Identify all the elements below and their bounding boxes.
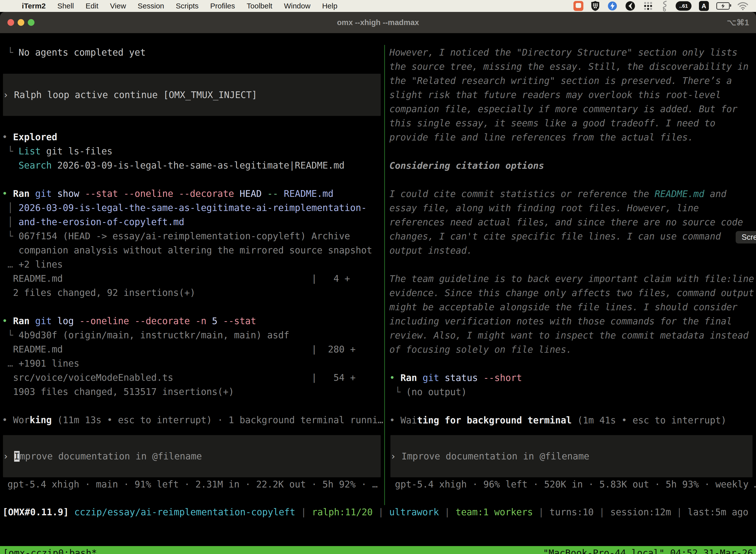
text-segment: | [296, 507, 312, 517]
text-segment: However, I noticed the "Directory Struct… [389, 47, 737, 58]
terminal-line [389, 258, 756, 272]
terminal-line [2, 60, 384, 74]
zoom-window-button[interactable] [28, 19, 35, 26]
tmux-panes: └ No agents completed yet› Ralph loop ac… [0, 45, 756, 505]
terminal-line: └ 4b9d30f (origin/main, instructkr/main,… [2, 328, 384, 342]
menu-item-scripts[interactable]: Scripts [176, 2, 199, 10]
kaleidoscope-icon[interactable] [625, 1, 635, 11]
left-prompt-input[interactable]: › Improve documentation in @filename [3, 435, 381, 477]
text-segment: this single essay, it seems like a good … [389, 118, 715, 128]
screen-share-chip[interactable]: Scre [736, 231, 756, 243]
terminal-content: └ No agents completed yet› Ralph loop ac… [0, 45, 756, 554]
a-square-icon[interactable]: A [699, 1, 709, 11]
text-segment: … [2, 358, 19, 369]
menu-item-profiles[interactable]: Profiles [210, 2, 235, 10]
text-segment: gpt-5.4 xhigh · 96% left · 520K in · 5.8… [389, 479, 756, 490]
window-title-bar[interactable]: omx --xhigh --madmax ⌥⌘1 [0, 12, 756, 33]
text-segment: 1903 files changed, 513517 insertions(+) [2, 386, 234, 397]
tmux-status-bar: [omx-cczip0:bash* "MacBook-Pro-44.local"… [0, 546, 756, 554]
menu-item-view[interactable]: View [110, 2, 126, 10]
window-title: omx --xhigh --madmax [337, 18, 419, 27]
right-prompt-input[interactable]: › Improve documentation in @filename [390, 435, 753, 477]
text-segment: src/voice/voiceModeEnabled.ts | 54 + [2, 372, 356, 383]
text-segment: Ran [400, 373, 417, 383]
text-segment: | [373, 507, 389, 517]
terminal-line: • Ran git show --stat --oneline --decora… [2, 187, 384, 201]
text-segment: -n [190, 316, 206, 326]
wifi-icon[interactable] [737, 2, 749, 10]
text-segment: Ralph loop active continue [OMX_TMUX_INJ… [14, 90, 257, 100]
iterm2-window: omx --xhigh --madmax ⌥⌘1 └ No agents com… [0, 12, 756, 554]
text-segment: -- [262, 188, 284, 199]
terminal-line: slight risk that future readers may over… [389, 88, 756, 102]
left-pane-scrollback: └ No agents completed yet› Ralph loop ac… [2, 45, 384, 427]
battery-percent-badge[interactable]: ..61 [676, 1, 692, 11]
text-segment: | [439, 507, 456, 517]
terminal-line: │ 2026-03-09-is-legal-the-same-as-legiti… [2, 201, 384, 215]
chat-app-icon[interactable] [573, 1, 583, 11]
terminal-line: including verification notes with those … [389, 314, 756, 328]
terminal-line: └ (no output) [389, 385, 756, 399]
text-segment: +1901 lines [19, 358, 79, 369]
text-segment: show [52, 188, 79, 199]
right-terminal-pane[interactable]: However, I noticed the "Directory Struct… [385, 45, 756, 505]
terminal-line: 1903 files changed, 513517 insertions(+) [2, 385, 384, 399]
text-segment: git [423, 373, 439, 383]
shield-grid-icon[interactable] [591, 1, 600, 11]
text-segment: | [671, 507, 688, 517]
text-segment: companion analysis without altering the … [2, 245, 372, 256]
close-window-button[interactable] [7, 19, 14, 26]
text-segment: › [3, 90, 14, 100]
text-segment: changes, I can't cite specific file line… [389, 231, 721, 242]
blue-bolt-badge-icon[interactable] [607, 1, 618, 11]
text-segment: log [52, 316, 74, 326]
text-segment: --stat [217, 316, 256, 326]
text-segment: 2 files changed, 92 insertions(+) [2, 287, 195, 298]
tmux-session-label: [omx-cczip0:bash* [3, 546, 97, 554]
text-segment: • [389, 415, 400, 426]
text-segment: the source tree, missing the essay. Stil… [389, 61, 749, 72]
text-segment: the "Related research writing" section i… [389, 75, 732, 86]
text-segment: README.md [284, 188, 333, 199]
text-segment: output instead. [389, 245, 472, 256]
text-segment: Wor [13, 415, 30, 426]
text-segment: • [2, 415, 13, 426]
terminal-line: … +1901 lines [2, 356, 384, 371]
terminal-line: • Ran git log --oneline --decorate -n 5 … [2, 314, 384, 328]
squiggle-icon[interactable] [661, 0, 668, 11]
menu-item-help[interactable]: Help [322, 2, 337, 10]
text-segment: --short [478, 373, 522, 383]
text-segment: 067f154 (HEAD -> essay/ai-reimplementati… [19, 231, 350, 241]
text-segment: └ [2, 47, 19, 58]
text-segment: • [2, 316, 13, 326]
menu-item-session[interactable]: Session [138, 2, 164, 10]
minimize-window-button[interactable] [18, 19, 24, 26]
text-segment: and-the-erosion-of-copyleft.md [19, 217, 184, 227]
text-segment [29, 316, 35, 326]
dots-grid-icon[interactable] [643, 1, 653, 11]
terminal-line: └ No agents completed yet [2, 45, 384, 60]
terminal-line [389, 399, 756, 413]
terminal-line: might be acceptable alongside the file l… [389, 300, 756, 314]
terminal-line: changes, I can't cite specific file line… [389, 229, 756, 243]
menu-item-toolbelt[interactable]: Toolbelt [247, 2, 272, 10]
left-pane-bottom: › Improve documentation in @filename gpt… [2, 435, 384, 491]
text-segment: 2026-03-09-is-legal-the-same-as-legitima… [52, 160, 344, 171]
text-segment [29, 188, 35, 199]
text-segment: │ [2, 217, 19, 227]
terminal-line: I could cite commit statistics or refere… [389, 187, 756, 201]
menu-item-edit[interactable]: Edit [85, 2, 99, 10]
text-segment: review. Also, I might want to inspect th… [389, 330, 749, 341]
text-segment: └ [2, 146, 19, 157]
menu-item-window[interactable]: Window [284, 2, 311, 10]
menu-item-iterm2[interactable]: iTerm2 [22, 2, 46, 10]
menu-item-shell[interactable]: Shell [57, 2, 74, 10]
menu-status-icons: ..61 A [573, 0, 749, 11]
text-segment: gpt-5.4 xhigh · main · 91% left · 2.31M … [2, 479, 378, 490]
terminal-line: README.md | 4 + [2, 272, 384, 286]
inject-input-panel[interactable]: › Ralph loop active continue [OMX_TMUX_I… [3, 74, 381, 116]
battery-charging-icon[interactable] [716, 2, 730, 10]
terminal-line: companion analysis without altering the … [2, 243, 384, 258]
terminal-line: The team guideline is to back every impo… [389, 272, 756, 286]
left-terminal-pane[interactable]: └ No agents completed yet› Ralph loop ac… [0, 45, 384, 505]
